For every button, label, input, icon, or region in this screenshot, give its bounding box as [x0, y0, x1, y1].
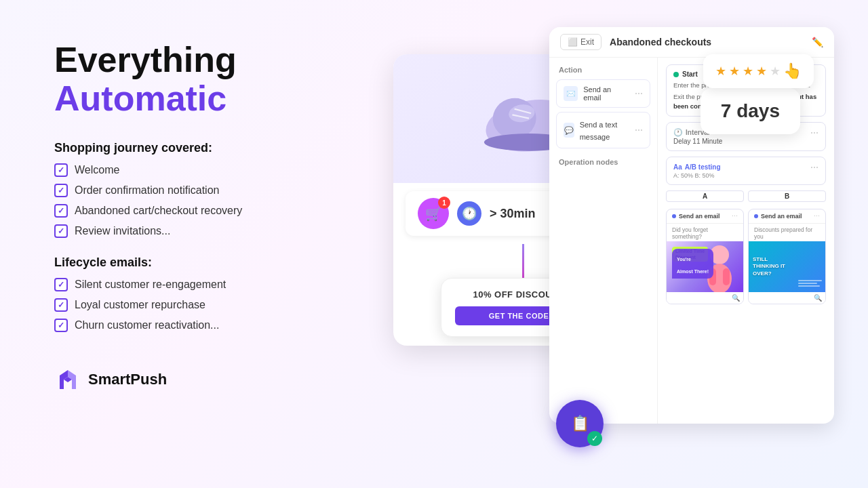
headline-text: Everything — [54, 40, 237, 79]
check-badge: ✓ — [587, 431, 602, 446]
exit-label: Exit — [580, 37, 594, 47]
check-icon — [54, 298, 68, 312]
zoom-icon[interactable]: 🔍 — [732, 294, 740, 302]
list-item: Silent customer re-engagement — [54, 278, 380, 291]
timer-text: > 30min — [490, 207, 536, 221]
operation-nodes-section: Operation nodes — [556, 158, 650, 166]
email-b-card: Send an email ⋯ Discounts prepared for y… — [748, 209, 826, 304]
send-email-action[interactable]: ✉️ Send an email ⋯ — [556, 79, 650, 108]
action-section-label: Action — [556, 66, 650, 74]
start-dot — [673, 72, 679, 77]
check-icon — [54, 184, 68, 197]
check-icon — [54, 204, 68, 218]
ab-split-text: A: 50% B: 50% — [673, 172, 818, 179]
ab-testing-node: Aa A/B testing ⋯ A: 50% B: 50% — [666, 157, 826, 185]
email-a-subtitle: Did you forget something? — [667, 224, 743, 241]
headline-highlight: Automatic — [54, 79, 226, 118]
cart-icon: 🛒 — [425, 205, 442, 222]
check-icon — [54, 224, 68, 238]
chat-bubble: You'reAlmost There! — [672, 249, 713, 279]
brand-logo — [54, 366, 81, 393]
exit-icon: ⬜ — [568, 37, 578, 47]
email-b-title: Send an email — [761, 213, 802, 220]
email-b-subtitle: Discounts prepared for you — [749, 224, 825, 241]
exit-button[interactable]: ⬜ Exit — [560, 34, 601, 50]
shopping-list: Welcome Order confirmation notification … — [54, 163, 380, 238]
interval-dots[interactable]: ⋯ — [810, 128, 818, 138]
ab-dots[interactable]: ⋯ — [810, 163, 818, 172]
email-b-dot — [754, 214, 758, 218]
star-icon: ★ — [715, 64, 726, 79]
brand-name-text: SmartPush — [88, 371, 167, 388]
send-email-label: Send an email — [583, 85, 629, 102]
operation-section-label: Operation nodes — [556, 158, 650, 166]
check-icon — [54, 278, 68, 291]
page-container: Everything Automatic Shopping journey co… — [0, 0, 868, 488]
star-icon: ★ — [743, 64, 753, 79]
cart-count: 1 — [438, 197, 450, 209]
email-a-preview: Limited TimeDiscount — [667, 241, 743, 292]
email-a-card: Send an email ⋯ Did you forget something… — [666, 209, 744, 304]
list-item-label: Abandoned cart/checkout recovery — [75, 205, 242, 217]
email-b-preview: STILLTHINKING ITOVER? — [749, 241, 825, 292]
email-nodes-row: Send an email ⋯ Did you forget something… — [666, 209, 826, 304]
list-item-label: Silent customer re-engagement — [75, 279, 226, 291]
list-item-label: Churn customer reactivation... — [75, 319, 219, 331]
edit-icon[interactable]: ✏️ — [812, 37, 823, 47]
list-item: Order confirmation notification — [54, 184, 380, 197]
lifecycle-list: Silent customer re-engagement Loyal cust… — [54, 278, 380, 332]
check-icon — [54, 319, 68, 332]
smartpush-logo-icon — [54, 366, 81, 393]
shopping-title: Shopping journey covered: — [54, 141, 380, 155]
right-panel: 🛒 1 🕐 > 30min 10% OFF DISCOUNT GET THE C… — [393, 27, 827, 461]
list-item: Loyal customer repurchase — [54, 298, 380, 312]
interval-value-text: Delay 11 Minute — [673, 138, 818, 145]
ab-icon: Aa — [673, 163, 682, 171]
clock-icon: 🕐 — [462, 206, 477, 221]
shopping-section: Shopping journey covered: Welcome Order … — [54, 137, 380, 251]
list-item-label: Order confirmation notification — [75, 184, 219, 197]
svg-rect-13 — [723, 268, 730, 285]
sms-action-icon: 💬 — [564, 123, 574, 138]
label-a: A — [666, 190, 744, 202]
completion-badge: 📋 ✓ — [556, 400, 604, 447]
list-item-label: Loyal customer repurchase — [75, 299, 205, 311]
star-icon: ★ — [770, 64, 781, 79]
almost-there-text: You'reAlmost There! — [677, 257, 709, 274]
label-b: B — [748, 190, 826, 202]
list-icon: 📋 — [571, 415, 589, 432]
list-item-label: Review invitations... — [75, 225, 170, 237]
action-menu-dots[interactable]: ⋯ — [635, 89, 643, 98]
email-a-visual: Limited TimeDiscount — [667, 241, 743, 292]
stars-rating-badge: ★ ★ ★ ★ ★ 👆 — [703, 54, 814, 88]
list-item: Abandoned cart/checkout recovery — [54, 204, 380, 218]
list-item-label: Welcome — [75, 164, 119, 176]
email-a-dots[interactable]: ⋯ — [732, 213, 738, 220]
main-headline: Everything Automatic — [54, 41, 380, 118]
email-action-icon: ✉️ — [564, 86, 578, 101]
left-panel: Everything Automatic Shopping journey co… — [54, 27, 380, 393]
lifecycle-section: Lifecycle emails: Silent customer re-eng… — [54, 251, 380, 346]
star-icon: ★ — [729, 64, 740, 79]
list-item: Churn customer reactivation... — [54, 319, 380, 332]
days-badge: 7 days — [701, 88, 800, 134]
flow-connector — [522, 244, 524, 278]
email-b-visual: STILLTHINKING ITOVER? — [749, 241, 825, 292]
zoom-controls-b: 🔍 — [749, 292, 825, 304]
check-icon — [54, 163, 68, 177]
ab-label-text: A/B testing — [685, 163, 721, 171]
panel-header: ⬜ Exit Abandoned checkouts ✏️ — [549, 27, 834, 58]
cart-badge: 🛒 1 — [418, 198, 449, 229]
email-b-dots[interactable]: ⋯ — [814, 213, 820, 220]
brand-section: SmartPush — [54, 366, 380, 393]
timer-badge: 🕐 — [457, 201, 481, 226]
email-a-title: Send an email — [679, 213, 720, 220]
still-thinking-text: STILLTHINKING ITOVER? — [753, 256, 785, 277]
zoom-icon[interactable]: 🔍 — [814, 294, 822, 302]
clock-icon-small: 🕐 — [673, 128, 683, 137]
star-icon: ★ — [756, 64, 767, 79]
action-menu-dots[interactable]: ⋯ — [635, 125, 643, 135]
send-sms-action[interactable]: 💬 Send a text message ⋯ — [556, 112, 650, 148]
days-text: 7 days — [721, 100, 780, 122]
ab-labels-row: A B — [666, 190, 826, 205]
